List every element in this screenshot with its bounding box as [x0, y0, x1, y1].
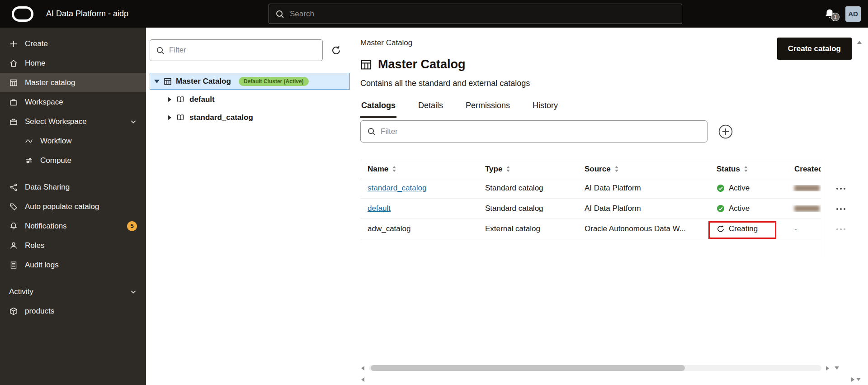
table-column-divider — [823, 160, 823, 257]
briefcase-icon — [9, 117, 18, 126]
sidebar-item-workspace[interactable]: Workspace — [0, 92, 146, 112]
refresh-icon[interactable] — [330, 44, 342, 57]
tree-node-default[interactable]: default — [150, 91, 359, 108]
notifications-count-badge: 5 — [127, 221, 137, 231]
column-label: Source — [585, 165, 611, 174]
status-badge: Active — [717, 184, 750, 193]
tab-history[interactable]: History — [532, 98, 559, 118]
caret-right-icon[interactable] — [168, 97, 171, 102]
notification-count-badge: 1 — [831, 13, 840, 21]
sidebar-item-auto-populate-catalog[interactable]: Auto populate catalog — [0, 197, 146, 216]
sort-icon — [615, 166, 618, 172]
chevron-down-icon[interactable] — [130, 118, 137, 125]
catalog-icon — [164, 77, 172, 86]
sidebar-item-label: Home — [25, 59, 45, 68]
sidebar-item-data-sharing[interactable]: Data Sharing — [0, 177, 146, 197]
scroll-down-arrow[interactable] — [855, 377, 862, 382]
column-header-name[interactable]: Name — [360, 165, 478, 174]
source-cell: Oracle Autonomous Data W... — [577, 224, 709, 233]
sidebar-item-roles[interactable]: Roles — [0, 236, 146, 255]
sidebar-item-label: Select Workspace — [25, 117, 87, 126]
tab-bar: Catalogs Details Permissions History — [360, 98, 580, 118]
scroll-left-arrow[interactable] — [360, 376, 365, 383]
sidebar-item-compute[interactable]: Compute — [0, 151, 146, 170]
column-header-status[interactable]: Status — [709, 165, 787, 174]
check-circle-icon — [717, 184, 725, 192]
chevron-down-icon[interactable] — [130, 288, 137, 295]
tab-permissions[interactable]: Permissions — [465, 98, 511, 118]
sidebar-item-label: Master catalog — [25, 78, 75, 87]
oracle-logo — [12, 6, 33, 22]
scroll-right-arrow[interactable] — [825, 365, 830, 371]
scrollbar-thumb[interactable] — [371, 365, 685, 371]
catalog-link[interactable]: default — [368, 204, 391, 213]
horizontal-scrollbar — [360, 364, 840, 372]
column-header-created[interactable]: Created — [787, 165, 821, 174]
page-title: Master Catalog — [378, 57, 466, 71]
tree-filter-input[interactable] — [169, 46, 316, 55]
sidebar-item-home[interactable]: Home — [0, 53, 146, 73]
check-circle-icon — [717, 204, 725, 213]
column-label: Type — [485, 165, 502, 174]
column-header-type[interactable]: Type — [478, 165, 577, 174]
scroll-left-arrow[interactable] — [360, 365, 365, 371]
plus-icon — [9, 39, 18, 48]
notifications-button[interactable]: 1 — [824, 8, 835, 20]
sidebar-item-create[interactable]: Create — [0, 34, 146, 53]
column-header-source[interactable]: Source — [577, 165, 709, 174]
sidebar-item-master-catalog[interactable]: Master catalog — [0, 73, 146, 92]
type-cell: Standard catalog — [478, 184, 577, 193]
caret-right-icon[interactable] — [168, 115, 171, 120]
scroll-up-arrow[interactable] — [857, 33, 862, 41]
creating-spinner-icon — [717, 225, 725, 233]
catalog-filter-input[interactable] — [381, 127, 701, 136]
tree-node-label: default — [189, 95, 215, 104]
sidebar-item-select-workspace[interactable]: Select Workspace — [0, 112, 146, 131]
global-search-input[interactable] — [290, 10, 675, 19]
row-actions-menu[interactable] — [833, 185, 849, 192]
add-catalog-icon[interactable] — [718, 124, 733, 139]
scrollbar-track[interactable] — [369, 365, 821, 371]
sidebar-item-audit-logs[interactable]: Audit logs — [0, 255, 146, 275]
global-search[interactable] — [269, 4, 682, 24]
source-cell: AI Data Platform — [577, 184, 709, 193]
sort-icon — [506, 166, 510, 172]
main-content: Master Catalog Create catalog Master Cat… — [359, 28, 868, 385]
sidebar-item-products[interactable]: products — [0, 301, 146, 321]
avatar[interactable]: AD — [845, 6, 861, 22]
scroll-right-arrow[interactable] — [850, 376, 855, 383]
workflow-icon — [24, 137, 33, 146]
sidebar-item-label: Audit logs — [25, 261, 59, 270]
bell-icon — [9, 222, 18, 231]
sidebar-item-label: products — [25, 307, 54, 316]
breadcrumb[interactable]: Master Catalog — [360, 38, 412, 48]
sidebar-item-label: Workspace — [25, 98, 63, 107]
row-actions-menu[interactable] — [833, 205, 849, 213]
scroll-down-arrow[interactable] — [834, 366, 840, 371]
table-row: adw_catalog External catalog Oracle Auto… — [360, 219, 821, 239]
sidebar-item-activity[interactable]: Activity — [0, 282, 146, 301]
caret-down-icon[interactable] — [154, 80, 160, 83]
search-icon — [275, 10, 284, 19]
type-cell: External catalog — [478, 224, 577, 233]
row-actions-menu[interactable] — [833, 226, 849, 233]
tab-details[interactable]: Details — [417, 98, 444, 118]
sort-icon — [744, 166, 748, 172]
redacted-created-by — [794, 185, 820, 191]
catalog-link[interactable]: standard_catalog — [368, 184, 426, 193]
table-row: default Standard catalog AI Data Platfor… — [360, 199, 821, 219]
source-cell: AI Data Platform — [577, 204, 709, 213]
catalog-filter[interactable] — [360, 120, 708, 143]
tab-catalogs[interactable]: Catalogs — [360, 98, 396, 118]
create-catalog-button[interactable]: Create catalog — [777, 38, 852, 60]
sidebar-item-label: Activity — [9, 287, 33, 296]
horizontal-scrollbar-outer — [360, 375, 862, 383]
tree-node-master-catalog[interactable]: Master Catalog Default Cluster (Active) — [150, 73, 350, 90]
tree-node-label: standard_catalog — [189, 113, 253, 122]
sidebar-item-workflow[interactable]: Workflow — [0, 131, 146, 151]
page-subtitle: Contains all the standard and external c… — [360, 79, 530, 88]
tree-filter[interactable] — [150, 39, 323, 61]
tree-node-standard-catalog[interactable]: standard_catalog — [150, 109, 359, 126]
sidebar-item-label: Compute — [40, 156, 71, 165]
sidebar-item-notifications[interactable]: Notifications 5 — [0, 216, 146, 236]
